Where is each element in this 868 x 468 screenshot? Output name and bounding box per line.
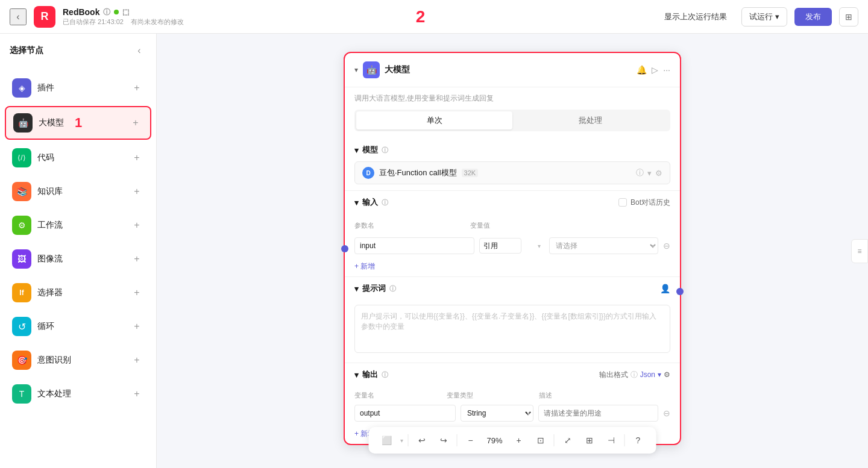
canvas-toolbar: ⬜ ▾ ↩ ↪ − 79% + ⊡ ⤢ ⊞ ⊣ ? bbox=[369, 427, 656, 454]
prompt-persona-icon[interactable]: 👤 bbox=[660, 284, 670, 293]
image-flow-label: 图像流 bbox=[37, 254, 63, 264]
node-icon: 🤖 bbox=[363, 61, 380, 78]
model-info-icon[interactable]: ⓘ bbox=[382, 146, 388, 155]
output-format-settings-icon[interactable]: ⚙ bbox=[664, 370, 670, 379]
var-select-wrapper: 请选择 ▾ bbox=[549, 237, 658, 254]
header-subtitle: 已自动保存 21:43:02 有尚未发布的修改 bbox=[63, 17, 184, 27]
var-select[interactable]: 请选择 bbox=[549, 237, 658, 254]
workflow-icon: ⚙ bbox=[12, 216, 31, 235]
node-collapse-icon[interactable]: ▾ bbox=[354, 66, 358, 74]
sidebar-item-workflow[interactable]: ⚙ 工作流 + bbox=[5, 210, 151, 241]
knowledge-add-button[interactable]: + bbox=[130, 184, 144, 199]
output-format-chevron-icon[interactable]: ▾ bbox=[658, 370, 661, 379]
toolbar-divider-3 bbox=[554, 434, 555, 446]
zoom-in-button[interactable]: + bbox=[511, 432, 527, 449]
input-add-button[interactable]: + 新增 bbox=[345, 257, 680, 276]
model-dropdown-icon[interactable]: ▾ bbox=[647, 169, 652, 178]
right-panel-toggle[interactable]: ≡ bbox=[851, 239, 868, 263]
sidebar-item-intent[interactable]: 🎯 意图识别 + bbox=[5, 345, 151, 376]
sidebar-item-text-process[interactable]: T 文本处理 + bbox=[5, 378, 151, 410]
sidebar-item-large-model[interactable]: 🤖 大模型 1 + bbox=[5, 106, 151, 140]
node-title: 大模型 bbox=[385, 64, 410, 75]
node-description: 调用大语言模型,使用变量和提示词生成回复 bbox=[345, 87, 680, 110]
input-row-delete-button[interactable]: ⊖ bbox=[663, 241, 670, 251]
output-format-value: Json bbox=[640, 370, 655, 379]
prompt-textarea[interactable] bbox=[354, 305, 670, 353]
output-info-icon[interactable]: ⓘ bbox=[382, 370, 388, 379]
output-type-select[interactable]: String bbox=[461, 405, 533, 422]
model-settings-icon[interactable]: ⚙ bbox=[655, 169, 662, 178]
code-label: 代码 bbox=[37, 152, 54, 163]
toolbar-divider-2 bbox=[457, 434, 458, 446]
output-section-header: ▾ 输出 ⓘ 输出格式 ⓘ Json ▾ ⚙ bbox=[345, 363, 680, 382]
grid-button[interactable]: ⊞ bbox=[581, 432, 598, 449]
output-varname-field[interactable] bbox=[354, 405, 456, 422]
collapse-input-icon[interactable]: ▾ bbox=[354, 198, 359, 207]
play-icon[interactable]: ▷ bbox=[652, 65, 658, 75]
undo-button[interactable]: ↩ bbox=[414, 432, 430, 449]
prompt-info-icon[interactable]: ⓘ bbox=[389, 284, 396, 293]
output-row-delete-button[interactable]: ⊖ bbox=[663, 408, 670, 418]
input-row-item: 引用 ▾ 请选择 ▾ ⊖ bbox=[345, 235, 680, 257]
input-param-field[interactable] bbox=[354, 237, 474, 254]
tab-batch[interactable]: 批处理 bbox=[512, 111, 668, 129]
prompt-section: ▾ 提示词 ⓘ 👤 bbox=[345, 276, 680, 363]
frame-chevron-icon[interactable]: ▾ bbox=[400, 437, 403, 444]
model-section-title: ▾ 模型 ⓘ bbox=[354, 145, 388, 155]
output-desc-field[interactable] bbox=[538, 405, 658, 422]
sidebar-item-selector[interactable]: If 选择器 + bbox=[5, 277, 151, 308]
fullscreen-button[interactable]: ⤢ bbox=[559, 432, 576, 449]
sidebar-item-knowledge[interactable]: 📚 知识库 + bbox=[5, 176, 151, 207]
show-result-button[interactable]: 显示上次运行结果 bbox=[657, 8, 734, 26]
frame-button[interactable]: ⬜ bbox=[379, 432, 395, 449]
publish-button[interactable]: 发布 bbox=[794, 8, 832, 26]
tab-single[interactable]: 单次 bbox=[356, 111, 512, 129]
large-model-add-button[interactable]: + bbox=[128, 116, 143, 130]
output-format-info-icon[interactable]: ⓘ bbox=[631, 370, 638, 380]
model-selector[interactable]: D 豆包·Function call模型 32K ⓘ ▾ ⚙ bbox=[354, 161, 670, 184]
sidebar-item-loop[interactable]: ↺ 循环 + bbox=[5, 311, 151, 342]
loop-icon: ↺ bbox=[12, 317, 31, 336]
selector-label: 选择器 bbox=[37, 287, 63, 298]
trial-run-button[interactable]: 试运行 ▾ bbox=[741, 7, 787, 27]
collapse-prompt-icon[interactable]: ▾ bbox=[354, 284, 359, 293]
intent-icon: 🎯 bbox=[12, 351, 31, 370]
code-add-button[interactable]: + bbox=[130, 151, 144, 165]
knowledge-label: 知识库 bbox=[37, 186, 63, 197]
text-process-add-button[interactable]: + bbox=[130, 387, 144, 401]
sidebar-item-plugin[interactable]: ◈ 插件 + bbox=[5, 72, 151, 104]
fit-button[interactable]: ⊡ bbox=[532, 432, 549, 449]
back-button[interactable]: ‹ bbox=[10, 8, 27, 25]
plugin-icon: ◈ bbox=[12, 78, 31, 98]
sidebar-item-label: 插件 bbox=[37, 83, 54, 93]
col-value-label: 变量值 bbox=[470, 221, 670, 230]
redo-button[interactable]: ↪ bbox=[435, 432, 452, 449]
model-info-btn[interactable]: ⓘ bbox=[636, 167, 644, 178]
zoom-out-button[interactable]: − bbox=[462, 432, 479, 449]
sidebar-item-code[interactable]: ⟨/⟩ 代码 + bbox=[5, 142, 151, 173]
more-options-button[interactable]: ⊞ bbox=[839, 7, 858, 27]
input-info-icon[interactable]: ⓘ bbox=[382, 198, 388, 207]
sidebar-header: 选择节点 ‹ bbox=[0, 34, 156, 67]
collapse-output-icon[interactable]: ▾ bbox=[354, 370, 359, 379]
bell-icon[interactable]: 🔔 bbox=[637, 65, 647, 75]
workflow-add-button[interactable]: + bbox=[130, 218, 144, 232]
more-icon[interactable]: ··· bbox=[663, 65, 670, 75]
bot-history-checkbox-label[interactable]: Bot对话历史 bbox=[618, 198, 670, 208]
bot-history-checkbox[interactable] bbox=[618, 198, 627, 207]
loop-add-button[interactable]: + bbox=[130, 319, 144, 334]
image-flow-add-button[interactable]: + bbox=[130, 252, 144, 266]
help-button[interactable]: ? bbox=[630, 432, 647, 449]
intent-add-button[interactable]: + bbox=[130, 353, 144, 367]
output-format-area: 输出格式 ⓘ Json ▾ ⚙ bbox=[599, 370, 670, 380]
ref-type-select[interactable]: 引用 bbox=[479, 238, 522, 254]
collapse-model-icon[interactable]: ▾ bbox=[354, 146, 359, 155]
app-name: RedBook bbox=[63, 7, 99, 17]
plugin-add-button[interactable]: + bbox=[130, 81, 144, 95]
text-process-icon: T bbox=[12, 384, 31, 404]
sidebar-collapse-button[interactable]: ‹ bbox=[132, 43, 146, 58]
selector-add-button[interactable]: + bbox=[130, 285, 144, 300]
sidebar-items-list: ◈ 插件 + 🤖 大模型 1 + ⟨/⟩ 代码 + bbox=[0, 67, 156, 414]
layout-button[interactable]: ⊣ bbox=[603, 432, 620, 449]
sidebar-item-image-flow[interactable]: 🖼 图像流 + bbox=[5, 243, 151, 275]
